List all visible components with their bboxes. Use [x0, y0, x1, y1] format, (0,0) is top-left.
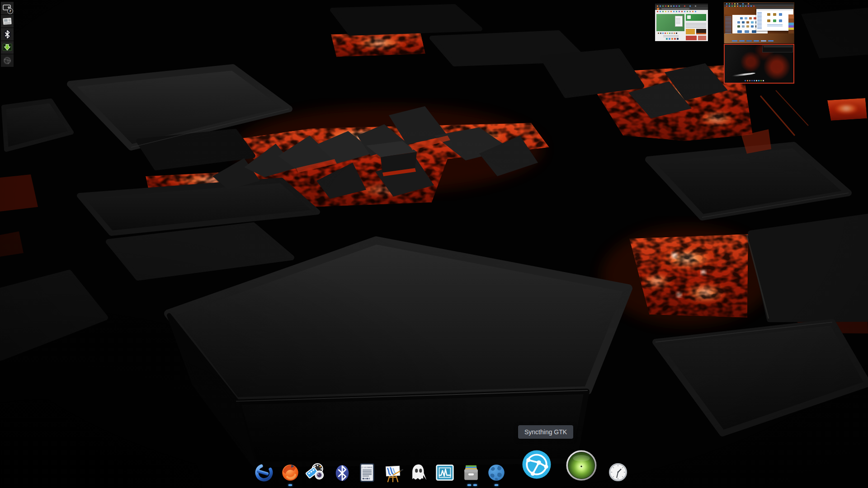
mini-banner-glyph: [687, 15, 691, 19]
newspaper-icon: [2, 16, 13, 27]
mini2-fm-folders-1: [767, 13, 770, 16]
dock-item-media-player[interactable]: [305, 461, 327, 483]
systray-item-syncthing-inactive[interactable]: [1, 54, 14, 67]
mini-app-icon-row: [658, 33, 659, 34]
calibre-screen-label: CALIBRE: [362, 466, 373, 469]
mini-share-buttons: [666, 38, 668, 40]
desktop: 7: [0, 0, 868, 488]
mini-caption-lines: [663, 35, 679, 37]
syncthing-dim-icon: [2, 55, 13, 66]
mini-sidebar-text: [686, 22, 706, 28]
green-orb-icon: [565, 449, 598, 482]
systray-item-news-reader[interactable]: [1, 15, 14, 28]
ebook-reader-icon: CALIBRE: [356, 462, 378, 483]
mini-url-pill: [661, 8, 689, 9]
mini-bookmark-favicons: [657, 11, 658, 12]
running-indicator-firefox: [288, 484, 292, 486]
mini-logo-dot: [657, 8, 659, 10]
dock-item-green-orb-app[interactable]: [565, 449, 598, 482]
dock-item-clock[interactable]: [608, 462, 628, 483]
mini-tab-favicons: [657, 5, 658, 7]
dock-item-file-cabinet[interactable]: [460, 462, 482, 483]
mini-red-block: [686, 36, 697, 40]
waveform-monitor-icon: [434, 462, 456, 483]
mini-ad-thumb-1: [686, 29, 695, 34]
syncthing-icon: [521, 449, 552, 480]
systray-panel: 7: [1, 2, 14, 67]
dock-item-firefox[interactable]: [279, 462, 301, 483]
mini2-bottom-toolbar: [732, 40, 737, 42]
mini2-gallery-row-3: [737, 25, 740, 28]
file-cabinet-icon: [460, 462, 482, 483]
mini2-gallery-row-4: [737, 30, 742, 33]
globe-icon: [486, 462, 507, 483]
running-indicator-file-cabinet-1: [467, 484, 471, 486]
screenshot-count-badge: 7: [7, 8, 13, 14]
dock-item-web-browser[interactable]: [486, 462, 507, 483]
dock-item-bluetooth[interactable]: [332, 463, 353, 483]
mini2-fm-labels: [767, 24, 783, 26]
green-download-arrow-icon: [2, 42, 13, 53]
analog-clock-icon: [608, 462, 628, 483]
enlightenment-e-icon: [253, 462, 275, 483]
media-player-icon: [305, 461, 327, 483]
systray-item-screenshot-tool[interactable]: 7: [1, 2, 14, 14]
mini2-fm-folders-2: [767, 19, 770, 22]
bluetooth-icon: [2, 29, 13, 40]
dock-item-ghostwriter[interactable]: [408, 462, 429, 483]
systray-item-download-manager[interactable]: [1, 41, 14, 54]
dock-item-system-monitor[interactable]: [434, 462, 456, 483]
dock: CALIBRE: [0, 429, 868, 488]
easel-paint-icon: [382, 461, 404, 483]
workspace-thumbnail-2[interactable]: [724, 2, 794, 43]
dock-tooltip: Syncthing GTK: [518, 425, 573, 439]
mini-ad-thumb-2: [696, 29, 706, 34]
ghost-icon: [408, 462, 429, 483]
mini2-bottom-band: [724, 33, 794, 43]
mini2-fm-sidebar: [757, 12, 762, 29]
mini3-swoosh: [732, 72, 755, 77]
mini2-right-strip: [788, 14, 794, 33]
dock-item-syncthing[interactable]: [521, 449, 552, 480]
mini2-fm-toolbar: [756, 9, 793, 11]
workspace-thumbnail-1[interactable]: [655, 4, 708, 41]
running-indicator-file-cabinet-2: [473, 484, 477, 486]
mini2-gallery-row-2: [737, 21, 740, 23]
running-indicator-web-browser: [495, 484, 498, 486]
workspace-thumbnail-active[interactable]: [724, 44, 794, 84]
dock-item-mypaint[interactable]: [382, 461, 404, 483]
mini-pink-block: [698, 36, 706, 40]
systray-item-bluetooth[interactable]: [1, 28, 14, 41]
mini3-dock-dots: [745, 80, 746, 81]
mini-menu-lines: [676, 17, 680, 24]
dock-item-launcher[interactable]: [253, 462, 275, 483]
mini3-window-titlebar: [764, 46, 793, 47]
mini2-gallery-row-1: [740, 17, 743, 19]
firefox-icon: [279, 462, 301, 483]
bluetooth-icon: [332, 463, 353, 483]
dock-item-calibre-viewer[interactable]: CALIBRE: [356, 462, 378, 483]
